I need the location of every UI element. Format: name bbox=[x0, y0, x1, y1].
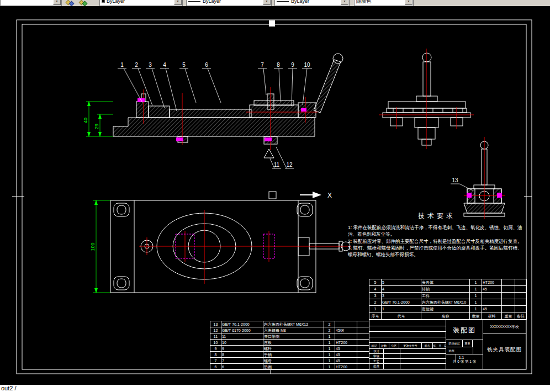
section-direction-marker: X bbox=[269, 192, 332, 199]
tech-req-item: 2: 装配前应对零、部件的主要配合尺寸，特别是过盈配合尺寸及相关精度进行复查。 bbox=[348, 238, 526, 245]
sign-row: 批准 bbox=[369, 364, 446, 369]
callout-number: 13 bbox=[452, 177, 458, 183]
table-row: 13GB/T 70.1-2000内六角圆柱头螺钉 M6X122 bbox=[210, 321, 369, 327]
callout-number: 8 bbox=[277, 62, 280, 68]
linetype-preview-icon bbox=[188, 1, 200, 2]
plan-view bbox=[110, 200, 350, 293]
callout-number: 7 bbox=[261, 62, 264, 68]
tech-req-title: 技术要求 bbox=[348, 211, 526, 221]
callout-10: 10 bbox=[302, 62, 312, 105]
table-header-row: 序号代号名称数量材料重量备注 bbox=[369, 312, 527, 320]
callout-8: 8 bbox=[274, 62, 283, 102]
callout-13: 13 bbox=[451, 177, 473, 190]
callout-number: 6 bbox=[205, 62, 208, 68]
lineweight-preview-icon bbox=[277, 1, 289, 2]
table-row: 1010压板1HT200 bbox=[210, 340, 369, 346]
callout-4: 4 bbox=[160, 62, 177, 111]
table-row: 2GB/T 70.1-2000内六角圆柱头螺钉 M6X101 bbox=[369, 299, 527, 306]
title-block-right: XXXXXXXXX学校 铣夹具装配图 bbox=[483, 320, 526, 369]
chevron-down-icon[interactable]: ▼ bbox=[174, 0, 182, 5]
lineweight-value: ByLayer bbox=[291, 0, 309, 6]
layer-states-icon[interactable] bbox=[78, 0, 89, 6]
dimension-lines bbox=[86, 102, 113, 293]
chevron-down-icon[interactable]: ▼ bbox=[341, 0, 348, 5]
callout-number: 1 bbox=[120, 62, 124, 68]
layer-properties-icon[interactable] bbox=[65, 0, 76, 6]
table-row: 33工件1 bbox=[369, 293, 527, 299]
chevron-down-icon[interactable]: ▼ bbox=[53, 0, 61, 5]
callout-3: 3 bbox=[146, 62, 165, 108]
linetype-value: ByLayer bbox=[203, 0, 221, 6]
chevron-down-icon[interactable]: ▼ bbox=[405, 0, 412, 5]
color-value: ByLayer bbox=[107, 0, 125, 6]
status-bar: out2 / bbox=[0, 385, 550, 392]
section-label: X bbox=[327, 192, 332, 199]
parts-list-upper: 55夹具体1HT200 44转轴145 33工件1 2GB/T 70.1-200… bbox=[369, 279, 527, 320]
revision-area: 标记 处数 分区 更改文件号 签名 年、月、日 设计 审核 工艺 批准 bbox=[369, 320, 446, 369]
plotstyle-value: 随颜色 bbox=[356, 0, 371, 6]
lineweight-combo[interactable]: ByLayer ▼ bbox=[274, 0, 350, 6]
organization-name: XXXXXXXXX学校 bbox=[483, 320, 526, 333]
table-row: 66垫圈1HT200 bbox=[210, 364, 369, 370]
table-row: 1111开口垫圈1 bbox=[210, 333, 369, 340]
callout-number: 9 bbox=[291, 62, 294, 68]
dim-40: 40 bbox=[83, 118, 88, 123]
cad-application-window: ▼ ByLayer ▼ ByLayer ▼ ByLayer ▼ 随颜色 ▼ bbox=[0, 0, 550, 392]
table-row: 77螺母145 bbox=[210, 358, 369, 364]
title-block-middle: 装配图 阶段标记 重量 比例 1:1 共 6 张 第 1 张 bbox=[446, 320, 483, 369]
sign-row: 工艺 bbox=[369, 359, 446, 364]
callout-6: 6 bbox=[202, 62, 221, 103]
callout-1: 1 bbox=[118, 62, 142, 103]
callout-9: 9 bbox=[288, 62, 297, 106]
sign-row: 审核 bbox=[369, 354, 446, 359]
callout-number: 5 bbox=[182, 62, 186, 68]
table-row: 12GB/T 6170-2000六角螺母 M8245钢 bbox=[210, 327, 369, 333]
clamp-handle bbox=[314, 60, 341, 113]
model-space[interactable]: X bbox=[0, 6, 550, 385]
layer-combo[interactable]: ▼ bbox=[0, 0, 62, 6]
tech-req-item: 1: 零件在装配前必须清洗和清洁干净，不得有毛刺、飞边、氧化皮、锈蚀、切屑、油污… bbox=[348, 224, 526, 238]
side-view bbox=[383, 53, 470, 145]
dim-29: 29 bbox=[94, 124, 99, 129]
table-row: 88手柄145 bbox=[210, 352, 369, 358]
revision-header: 标记 处数 分区 更改文件号 签名 年、月、日 bbox=[369, 342, 446, 349]
table-row: 55夹具体1HT200 bbox=[369, 279, 527, 286]
table-row: 11定位键145 bbox=[369, 306, 527, 312]
linetype-combo[interactable]: ByLayer ▼ bbox=[186, 0, 272, 6]
top-center-mark bbox=[269, 20, 275, 27]
dimension-texts: 40 29 100 bbox=[83, 118, 99, 251]
view-arrow-icon bbox=[313, 192, 321, 198]
datum-arrow-icon bbox=[264, 149, 274, 158]
drawing-type: 装配图 bbox=[446, 320, 483, 340]
tech-req-item: 3: 螺钉、螺栓和螺母紧固时，严禁打击或使用不合适的旋具和扳手。紧固后螺钉槽、螺… bbox=[348, 245, 526, 258]
technical-requirements: 技术要求 1: 零件在装配前必须清洗和清洁干净，不得有毛刺、飞边、氧化皮、锈蚀、… bbox=[348, 211, 526, 258]
callout-number: 10 bbox=[304, 62, 310, 68]
chevron-down-icon[interactable]: ▼ bbox=[263, 0, 271, 5]
title-block: 标记 处数 分区 更改文件号 签名 年、月、日 设计 审核 工艺 批准 装配图 … bbox=[369, 320, 526, 369]
callout-number: 11 bbox=[274, 162, 280, 168]
callout-number: 2 bbox=[135, 62, 138, 68]
callout-11: 11 bbox=[270, 158, 281, 168]
callout-number: 3 bbox=[149, 62, 152, 68]
callout-5: 5 bbox=[179, 62, 196, 103]
color-swatch-icon bbox=[102, 0, 105, 3]
sign-row: 设计 bbox=[369, 349, 446, 354]
layout-tab-label[interactable]: out2 / bbox=[1, 385, 17, 391]
callout-number: 4 bbox=[163, 62, 166, 68]
parts-list-lower: 13GB/T 70.1-2000内六角圆柱头螺钉 M6X122 12GB/T 6… bbox=[210, 321, 369, 370]
plotstyle-combo[interactable]: 随颜色 ▼ bbox=[354, 0, 414, 6]
color-combo[interactable]: ByLayer ▼ bbox=[99, 0, 183, 6]
table-row: 44转轴145 bbox=[369, 286, 527, 293]
dim-100: 100 bbox=[90, 242, 96, 251]
front-section-view bbox=[113, 54, 343, 158]
table-row: 99螺杆145 bbox=[210, 346, 369, 352]
drawing-title: 铣夹具装配图 bbox=[483, 333, 526, 369]
callout-number: 12 bbox=[286, 162, 293, 168]
properties-toolbar: ▼ ByLayer ▼ ByLayer ▼ ByLayer ▼ 随颜色 ▼ bbox=[0, 0, 550, 6]
callout-7: 7 bbox=[258, 62, 267, 95]
stage-scale-grid: 阶段标记 重量 比例 1:1 bbox=[446, 340, 483, 354]
